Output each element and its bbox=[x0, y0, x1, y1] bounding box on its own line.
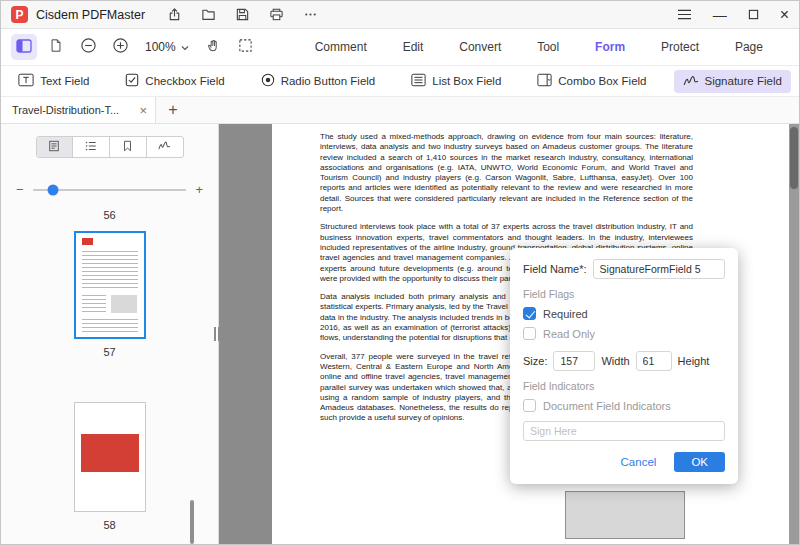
zoom-in-icon bbox=[112, 37, 129, 57]
required-checkbox[interactable] bbox=[523, 307, 536, 320]
width-label: Width bbox=[601, 355, 629, 367]
maximize-button[interactable] bbox=[748, 9, 759, 20]
menu-protect[interactable]: Protect bbox=[661, 40, 699, 54]
field-flags-heading: Field Flags bbox=[523, 288, 725, 300]
window-controls: — × bbox=[677, 7, 789, 23]
field-name-label: Field Name*: bbox=[523, 263, 587, 275]
bookmark-view-button[interactable] bbox=[110, 137, 147, 157]
menu-edit[interactable]: Edit bbox=[403, 40, 424, 54]
menu-form[interactable]: Form bbox=[595, 40, 625, 54]
radio-button-field-label: Radio Button Field bbox=[281, 75, 376, 87]
text-field-button[interactable]: Text Field bbox=[9, 69, 98, 93]
slider-track[interactable] bbox=[33, 189, 187, 191]
document-tab[interactable]: Travel-Distribution-T... × bbox=[1, 97, 156, 123]
thumb-text-lines bbox=[82, 319, 138, 333]
slider-plus-icon[interactable]: + bbox=[195, 182, 203, 197]
list-box-field-button[interactable]: List Box Field bbox=[402, 69, 510, 93]
titlebar-actions bbox=[167, 7, 318, 22]
tab-title: Travel-Distribution-T... bbox=[12, 104, 133, 116]
combo-box-field-icon bbox=[537, 73, 552, 89]
menu-page[interactable]: Page bbox=[735, 40, 763, 54]
sidebar-toggle-button[interactable] bbox=[11, 34, 37, 60]
menu-comment[interactable]: Comment bbox=[315, 40, 367, 54]
checkbox-field-icon bbox=[125, 73, 139, 89]
field-name-input[interactable] bbox=[593, 259, 725, 279]
main-menu: Comment Edit Convert Tool Form Protect P… bbox=[265, 40, 789, 54]
document-viewer: The study used a mixed-methods approach,… bbox=[219, 124, 799, 544]
page-thumbnail-58[interactable] bbox=[74, 402, 146, 512]
zoom-level-dropdown[interactable]: 100% bbox=[145, 40, 189, 54]
bookmark-icon bbox=[122, 140, 133, 155]
thumbnail-view-button[interactable] bbox=[37, 137, 74, 157]
share-icon[interactable] bbox=[167, 7, 182, 22]
print-icon[interactable] bbox=[269, 7, 284, 22]
checkbox-field-label: Checkbox Field bbox=[145, 75, 224, 87]
select-tool-button[interactable] bbox=[233, 34, 259, 60]
app-title: Cisdem PDFMaster bbox=[36, 8, 145, 22]
list-box-field-label: List Box Field bbox=[432, 75, 501, 87]
slider-handle[interactable] bbox=[47, 184, 58, 195]
zoom-level-value: 100% bbox=[145, 40, 176, 54]
page-view-button[interactable] bbox=[43, 34, 69, 60]
titlebar: P Cisdem PDFMaster — × bbox=[1, 1, 799, 29]
sidebar-panel-icon bbox=[16, 39, 32, 56]
text-field-label: Text Field bbox=[40, 75, 89, 87]
signature-field-dialog: Field Name*: Field Flags Required Read O… bbox=[510, 248, 738, 484]
outline-view-icon bbox=[85, 140, 97, 155]
page-number-label: 58 bbox=[1, 519, 218, 531]
signature-field-button[interactable]: Signature Field bbox=[674, 70, 791, 93]
sidebar-resize-handle[interactable] bbox=[214, 327, 220, 341]
page-thumbnail-57[interactable] bbox=[74, 231, 146, 339]
paragraph: The study used a mixed-methods approach,… bbox=[320, 132, 693, 214]
sign-here-input[interactable] bbox=[523, 421, 725, 441]
thumbnail-sidebar: − + 56 57 58 bbox=[1, 124, 219, 544]
read-only-checkbox[interactable] bbox=[523, 327, 536, 340]
ok-button[interactable]: OK bbox=[674, 452, 725, 472]
field-indicators-heading: Field Indicators bbox=[523, 380, 725, 392]
checkbox-field-button[interactable]: Checkbox Field bbox=[116, 69, 233, 93]
new-tab-button[interactable]: + bbox=[156, 97, 190, 123]
viewer-scrollbar[interactable] bbox=[789, 124, 799, 544]
tab-close-icon[interactable]: × bbox=[139, 104, 147, 117]
combo-box-field-button[interactable]: Combo Box Field bbox=[528, 69, 655, 93]
slider-minus-icon[interactable]: − bbox=[16, 182, 24, 197]
zoom-out-button[interactable] bbox=[75, 34, 101, 60]
sidebar-scrollbar-thumb[interactable] bbox=[190, 500, 194, 544]
height-label: Height bbox=[678, 355, 710, 367]
logo-letter: P bbox=[15, 8, 23, 22]
signature-view-icon bbox=[158, 140, 171, 154]
width-input[interactable] bbox=[553, 351, 595, 371]
list-box-field-icon bbox=[411, 73, 426, 89]
document-field-indicators-label: Document Field Indicators bbox=[543, 400, 671, 412]
zoom-in-button[interactable] bbox=[107, 34, 133, 60]
hand-tool-button[interactable] bbox=[201, 34, 227, 60]
menu-convert[interactable]: Convert bbox=[459, 40, 501, 54]
minimize-button[interactable]: — bbox=[713, 8, 727, 22]
signature-field-icon bbox=[683, 74, 699, 89]
cancel-button[interactable]: Cancel bbox=[621, 456, 657, 468]
open-folder-icon[interactable] bbox=[201, 7, 216, 22]
outline-view-button[interactable] bbox=[73, 137, 110, 157]
main-area: − + 56 57 58 The stud bbox=[1, 124, 799, 544]
combo-box-field-label: Combo Box Field bbox=[558, 75, 646, 87]
close-button[interactable]: × bbox=[780, 7, 789, 23]
text-field-icon bbox=[18, 73, 34, 89]
page-number-label: 56 bbox=[1, 209, 218, 221]
tab-bar: Travel-Distribution-T... × + bbox=[1, 97, 799, 124]
menu-tool[interactable]: Tool bbox=[537, 40, 559, 54]
thumb-header-block bbox=[82, 238, 93, 245]
zoom-out-icon bbox=[80, 37, 97, 57]
marquee-select-icon bbox=[238, 38, 253, 56]
app-window: P Cisdem PDFMaster — × 100% Comment Edit… bbox=[0, 0, 800, 545]
placed-signature-field[interactable] bbox=[565, 491, 685, 539]
menu-icon[interactable] bbox=[677, 8, 692, 21]
thumbnail-view-icon bbox=[48, 140, 60, 155]
save-icon[interactable] bbox=[235, 7, 250, 22]
signature-field-label: Signature Field bbox=[705, 75, 782, 87]
more-options-icon[interactable] bbox=[303, 7, 318, 22]
signature-view-button[interactable] bbox=[147, 137, 183, 157]
document-field-indicators-checkbox[interactable] bbox=[523, 399, 536, 412]
height-input[interactable] bbox=[636, 351, 672, 371]
viewer-scrollbar-thumb[interactable] bbox=[790, 127, 798, 189]
radio-button-field-button[interactable]: Radio Button Field bbox=[252, 69, 385, 93]
